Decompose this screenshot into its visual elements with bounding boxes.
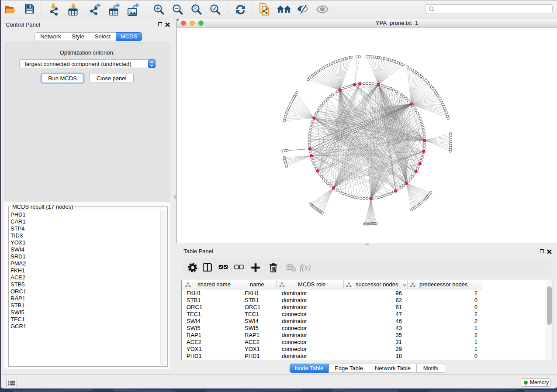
svg-text:f(x): f(x) bbox=[300, 263, 311, 272]
